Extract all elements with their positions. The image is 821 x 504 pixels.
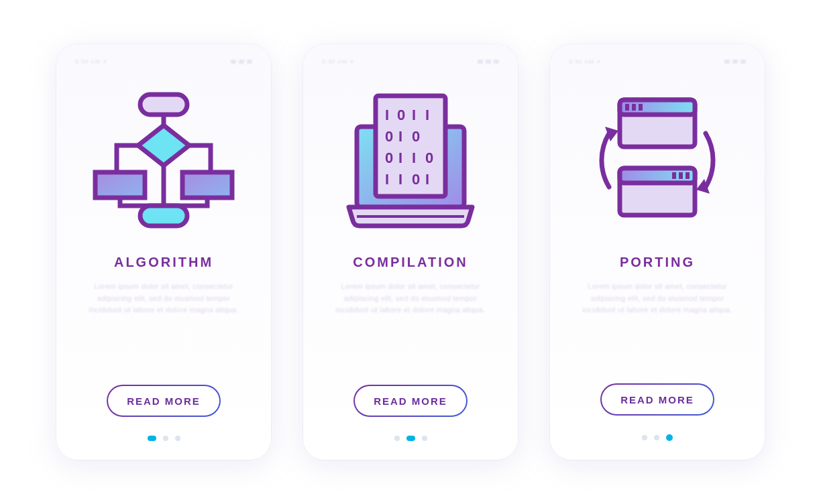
signal-icon: ▾ [350,58,354,65]
status-time: 8:30 AM [322,58,347,65]
cellular-icon [239,60,244,64]
battery-icon [741,60,746,64]
read-more-button[interactable]: READ MORE [600,383,714,416]
dot-2[interactable] [654,435,659,440]
card-description: Lorem ipsum dolor sit amet, consectetur … [569,281,746,322]
svg-text:I: I [385,107,389,123]
signal-icon: ▾ [103,58,107,65]
svg-rect-30 [632,104,636,111]
svg-rect-33 [620,168,695,183]
svg-rect-6 [140,206,187,226]
status-time: 8:30 AM [75,58,101,65]
signal-icon: ▾ [597,58,601,65]
wifi-icon [231,60,236,64]
svg-rect-31 [639,104,643,111]
dot-2[interactable] [163,436,168,441]
status-time: 8:30 AM [569,58,594,65]
status-bar: 8:30 AM ▾ [322,56,499,67]
svg-text:0: 0 [397,107,405,123]
dot-1[interactable] [148,436,156,441]
dot-3[interactable] [666,434,673,441]
card-description: Lorem ipsum dolor sit amet, consectetur … [322,281,499,322]
svg-text:I: I [398,149,402,166]
read-more-label: READ MORE [127,395,201,407]
svg-marker-2 [138,125,189,166]
onboarding-card-compilation: 8:30 AM ▾ I0II [303,44,518,460]
svg-text:I: I [425,171,429,188]
card-title: COMPILATION [353,255,468,270]
cellular-icon [732,60,738,64]
svg-text:0: 0 [412,171,420,188]
card-description: Lorem ipsum dolor sit amet, consectetur … [75,281,252,322]
svg-rect-35 [679,172,683,179]
onboarding-card-algorithm: 8:30 AM ▾ [56,44,271,460]
cellular-icon [486,60,491,64]
wifi-icon [724,60,730,64]
onboarding-card-porting: 8:30 AM ▾ [550,44,765,460]
svg-text:I: I [412,107,416,123]
svg-text:0: 0 [425,149,433,166]
battery-icon [494,60,499,64]
page-indicator [148,436,180,441]
status-bar: 8:30 AM ▾ [75,56,252,67]
svg-rect-3 [95,172,145,198]
svg-rect-4 [182,172,232,198]
read-more-label: READ MORE [620,394,694,405]
svg-text:0: 0 [385,128,393,145]
svg-text:0: 0 [385,149,393,166]
windows-sync-icon [584,86,731,234]
dot-3[interactable] [175,436,180,441]
read-more-button[interactable]: READ MORE [107,385,221,417]
flowchart-icon [90,86,237,234]
svg-text:I: I [412,149,416,166]
svg-text:I: I [398,128,402,145]
battery-icon [247,60,252,64]
page-indicator [642,434,673,441]
read-more-button[interactable]: READ MORE [353,385,468,417]
page-indicator [394,436,427,441]
svg-text:I: I [385,171,389,188]
card-title: ALGORITHM [114,255,213,270]
card-title: PORTING [620,255,695,270]
dot-2[interactable] [406,436,415,441]
laptop-binary-icon: I0II 0I0 0II0 II0I [337,86,484,234]
status-bar: 8:30 AM ▾ [569,56,746,67]
svg-rect-29 [625,104,629,111]
dot-3[interactable] [422,436,427,441]
svg-rect-36 [672,172,676,179]
svg-text:0: 0 [412,128,420,145]
svg-rect-34 [686,172,690,179]
wifi-icon [478,60,483,64]
svg-text:I: I [398,171,402,188]
read-more-label: READ MORE [374,395,447,407]
svg-rect-28 [620,100,695,115]
dot-1[interactable] [642,435,647,440]
svg-rect-0 [140,94,187,115]
dot-1[interactable] [394,436,400,441]
svg-text:I: I [425,107,429,123]
